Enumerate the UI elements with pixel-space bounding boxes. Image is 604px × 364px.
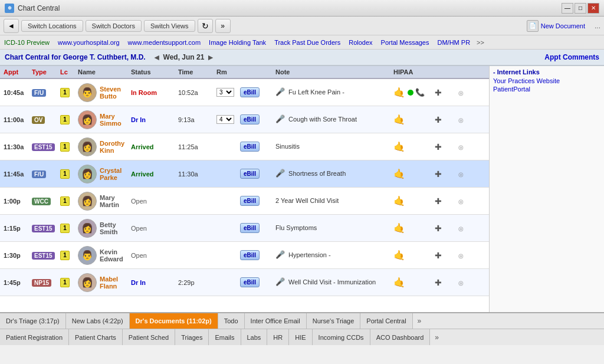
col-ebill [239, 68, 274, 76]
cell-name[interactable]: Mary Martin [99, 194, 129, 209]
cell-lc: 1 [59, 114, 77, 125]
cell-name[interactable]: Dorothy Kinn [99, 139, 129, 155]
minimize-button[interactable]: — [562, 3, 573, 14]
ebill-button[interactable]: eBill [240, 250, 260, 260]
cell-type: WCC [31, 197, 59, 205]
cell-action: ✚ [434, 142, 457, 152]
cell-name[interactable]: Mary Simmo [99, 112, 129, 127]
avatar: 👨 [78, 83, 97, 102]
tab-patient-sched[interactable]: Patient Sched [123, 329, 176, 345]
tab-incoming-ccds[interactable]: Incoming CCDs [313, 329, 370, 345]
avatar: 👩 [78, 219, 97, 238]
ebill-button[interactable]: eBill [240, 169, 260, 179]
refresh-button[interactable]: ↻ [198, 19, 213, 33]
tab-hr[interactable]: HR [267, 329, 289, 345]
cell-status: Open [130, 251, 177, 260]
ebill-button[interactable]: eBill [240, 277, 260, 287]
tab-patient-reg[interactable]: Patient Registration [0, 329, 69, 345]
cell-appt: 1:00p [2, 197, 31, 205]
cell-ebill[interactable]: eBill [239, 250, 274, 261]
nav-track-orders[interactable]: Track Past Due Orders [273, 39, 342, 46]
table-row[interactable]: 1:30p EST15 1 👨 Kevin Edward Open eBill … [0, 242, 489, 269]
cell-ebill[interactable]: eBill [239, 222, 274, 234]
scroll-icon: ◎ [458, 225, 464, 232]
tab-patient-charts[interactable]: Patient Charts [69, 329, 123, 345]
table-row[interactable]: 1:45p NP15 1 👩 Mabel Flann Dr In 2:29p e… [0, 269, 489, 296]
ebill-button[interactable]: eBill [240, 142, 260, 152]
tab-emails[interactable]: Emails [209, 329, 241, 345]
tab-todo[interactable]: Todo [218, 313, 245, 329]
tab-inter-office[interactable]: Inter Office Email [245, 313, 307, 329]
table-row[interactable]: 11:45a F/U 1 👩 Crystal Parke Arrived 11:… [0, 160, 489, 188]
tab-labs[interactable]: Labs [241, 329, 268, 345]
bottom-tabs1: Dr's Triage (3:17p) New Labs (4:22p) Dr'… [0, 312, 604, 329]
cell-ebill[interactable]: eBill [239, 168, 274, 179]
nav-icd10[interactable]: ICD-10 Preview [2, 39, 51, 46]
tab-portal-central[interactable]: Portal Central [360, 313, 412, 329]
new-document-label[interactable]: New Document [541, 22, 585, 29]
nav-hospital[interactable]: www.yourhospital.org [56, 39, 122, 46]
nav-portal-messages[interactable]: Portal Messages [379, 39, 431, 46]
date-next-button[interactable]: ► [206, 53, 215, 62]
ebill-button[interactable]: eBill [240, 223, 260, 233]
tab-triages[interactable]: Triages [175, 329, 209, 345]
nav-more[interactable]: >> [477, 39, 484, 46]
cell-ebill[interactable]: eBill [239, 87, 274, 98]
cell-action: ✚ [434, 87, 457, 98]
close-button[interactable]: ✕ [587, 3, 599, 14]
switch-doctors-button[interactable]: Switch Doctors [86, 20, 142, 32]
tab-hie[interactable]: HIE [289, 329, 312, 345]
tab-aco[interactable]: ACO Dashboard [370, 329, 431, 345]
side-link-website[interactable]: Your Practices Website [493, 77, 600, 84]
cell-name[interactable]: Mabel Flann [99, 275, 129, 290]
ebill-button[interactable]: eBill [240, 114, 260, 124]
table-row[interactable]: 11:30a EST15 1 👩 Dorothy Kinn Arrived 11… [0, 133, 489, 160]
cell-lc: 1 [59, 169, 77, 179]
cell-name[interactable]: Steven Butto [99, 85, 129, 100]
app-title: Chart Central [18, 4, 60, 12]
nav-bar: ICD-10 Preview www.yourhospital.org www.… [0, 35, 604, 50]
table-row[interactable]: 1:00p WCC 1 👩 Mary Martin Open eBill 2 Y… [0, 188, 489, 215]
room-select[interactable]: 4 [216, 115, 234, 124]
tabs2-more[interactable]: » [430, 329, 444, 345]
cell-hipaa: 🤙 [392, 249, 434, 261]
ebill-button[interactable]: eBill [240, 87, 260, 97]
maximize-button[interactable]: □ [575, 3, 586, 14]
window-controls[interactable]: — □ ✕ [562, 3, 599, 14]
tabs1-more[interactable]: » [413, 313, 426, 329]
cell-name[interactable]: Crystal Parke [99, 166, 129, 182]
cell-ebill[interactable]: eBill [239, 277, 274, 288]
appt-comments-button[interactable]: Appt Comments [544, 53, 599, 61]
nav-dmhm[interactable]: DM/HM PR [436, 39, 472, 46]
date-prev-button[interactable]: ◄ [153, 53, 161, 62]
cell-scroll: ◎ [457, 251, 469, 260]
nav-rolodex[interactable]: Rolodex [347, 39, 374, 46]
table-row[interactable]: 10:45a F/U 1 👨 Steven Butto In Room 10:5… [0, 79, 489, 106]
switch-views-button[interactable]: Switch Views [144, 20, 195, 32]
table-row[interactable]: 11:00a OV 1 👩 Mary Simmo Dr In 9:13a 4 e… [0, 106, 489, 133]
cell-appt: 1:15p [2, 224, 31, 232]
cell-avatar-name: 👩 Mabel Flann [77, 273, 130, 293]
cross-icon: ✚ [435, 169, 442, 179]
tab-new-labs[interactable]: New Labs (4:22p) [66, 313, 130, 329]
nav-image-holding[interactable]: Image Holding Tank [207, 39, 268, 46]
date-label: Wed, Jun 21 [163, 53, 205, 61]
table-row[interactable]: 1:15p EST15 1 👩 Betty Smith Open eBill F… [0, 215, 489, 242]
col-11 [434, 68, 457, 76]
back-button[interactable]: ◄ [4, 19, 19, 33]
cell-ebill[interactable]: eBill [239, 195, 274, 206]
cell-name[interactable]: Betty Smith [99, 221, 129, 236]
cell-name[interactable]: Kevin Edward [99, 248, 129, 263]
forward-button[interactable]: » [215, 19, 231, 33]
cell-ebill[interactable]: eBill [239, 141, 274, 152]
tab-triage[interactable]: Dr's Triage (3:17p) [0, 313, 66, 329]
side-link-portal[interactable]: PatientPortal [493, 86, 600, 93]
switch-locations-button[interactable]: Switch Locations [21, 20, 83, 32]
tab-nurses-triage[interactable]: Nurse's Triage [307, 313, 361, 329]
nav-medent[interactable]: www.medentsupport.com [126, 39, 203, 46]
ebill-button[interactable]: eBill [240, 196, 260, 206]
toolbar-options[interactable]: ... [595, 22, 600, 30]
cell-ebill[interactable]: eBill [239, 114, 274, 125]
room-select[interactable]: 3 [216, 88, 234, 97]
tab-documents[interactable]: Dr's Documents (11:02p) [130, 313, 218, 329]
